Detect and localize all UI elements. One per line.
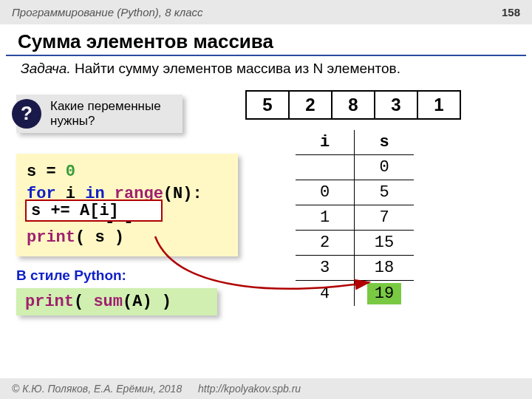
code-line: s = 0 xyxy=(27,161,228,183)
array-cell: 5 xyxy=(245,90,290,120)
question-box: ? Какие переменные нужны? xyxy=(16,95,183,133)
python-style-label: В стиле Python: xyxy=(16,267,126,284)
array-cell: 8 xyxy=(331,90,375,120)
page-number: 158 xyxy=(502,6,520,18)
content-area: ? Какие переменные нужны? 5 2 8 3 1 s = … xyxy=(0,81,532,377)
trace-row: 3 18 xyxy=(296,256,414,281)
question-text: Какие переменные нужны? xyxy=(50,99,183,129)
trace-row: 0 5 xyxy=(296,180,414,205)
trace-row: 2 15 xyxy=(296,231,414,256)
task-text: Задача. Найти сумму элементов массива из… xyxy=(0,56,532,81)
header-bar: Программирование (Python), 8 класс 158 xyxy=(0,0,532,24)
trace-row: 4 19 xyxy=(296,281,414,306)
course-name: Программирование (Python), 8 класс xyxy=(12,6,203,18)
array-cell: 3 xyxy=(374,90,418,120)
trace-row: 0 xyxy=(296,155,414,180)
question-icon: ? xyxy=(12,99,41,129)
trace-row: 1 7 xyxy=(296,205,414,231)
trace-header: i s xyxy=(296,130,414,155)
code-block-pythonic: print( sum(A) ) xyxy=(16,288,217,316)
footer: © К.Ю. Поляков, Е.А. Ерёмин, 2018 http:/… xyxy=(0,378,532,399)
trace-table: i s 0 0 5 1 7 2 15 3 18 4 19 xyxy=(296,130,414,306)
copyright: © К.Ю. Поляков, Е.А. Ерёмин, 2018 xyxy=(12,383,182,395)
trace-head-i: i xyxy=(296,130,355,155)
code-overlay: s += A[i] xyxy=(25,200,163,222)
footer-url: http://kpolyakov.spb.ru xyxy=(198,383,301,395)
array-row: 5 2 8 3 1 xyxy=(245,90,461,120)
result-highlight: 19 xyxy=(367,283,401,304)
task-body: Найти сумму элементов массива из N элеме… xyxy=(75,61,400,76)
array-cell: 1 xyxy=(417,90,461,120)
trace-head-s: s xyxy=(355,130,414,155)
array-cell: 2 xyxy=(288,90,332,120)
overlay-text: s += A[i] xyxy=(31,202,119,220)
page-title: Сумма элементов массива xyxy=(6,24,526,56)
code-line: print( s ) xyxy=(27,227,228,249)
task-label: Задача. xyxy=(21,61,71,76)
